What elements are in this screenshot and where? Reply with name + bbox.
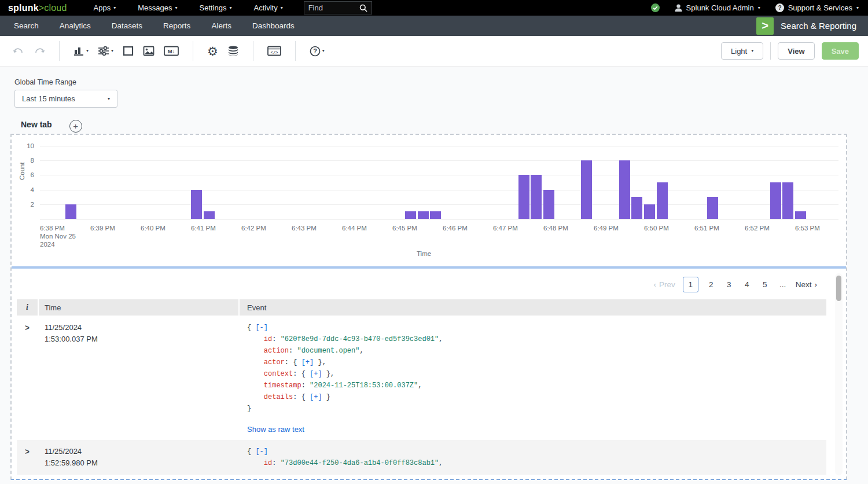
json-toggle-link[interactable]: [+] — [301, 358, 314, 366]
pagination-page-2[interactable]: 2 — [706, 280, 716, 289]
menu-activity[interactable]: Activity▾ — [253, 3, 282, 12]
chart-bar[interactable] — [631, 197, 642, 219]
pagination-page-5[interactable]: 5 — [760, 280, 770, 289]
app-nav-bar: Search Analytics Datasets Reports Alerts… — [0, 16, 868, 36]
add-chart-icon[interactable]: ▾ — [73, 46, 89, 56]
pagination-prev-button[interactable]: ‹Prev — [653, 280, 675, 289]
chart-bar[interactable] — [204, 211, 215, 219]
chart-bar[interactable] — [644, 204, 655, 219]
json-punct — [247, 382, 264, 390]
chart-bar[interactable] — [191, 190, 202, 219]
shape-rectangle-icon[interactable] — [123, 46, 134, 56]
chart-bar[interactable] — [795, 211, 806, 219]
svg-text:</>: </> — [271, 50, 278, 55]
status-check-icon[interactable] — [651, 3, 660, 12]
chart-bar[interactable] — [770, 182, 781, 219]
nav-item-analytics[interactable]: Analytics — [60, 21, 91, 30]
event-timestamp: 1:52:59.980 PM — [45, 457, 238, 469]
splunk-cloud-logo[interactable]: splunk>cloud — [8, 3, 67, 13]
vertical-scrollbar[interactable] — [835, 273, 843, 475]
dashboard-canvas[interactable]: Count Time 2468106:38 PMMon Nov 2520246:… — [10, 134, 847, 480]
nav-item-alerts[interactable]: Alerts — [211, 21, 231, 30]
menu-settings[interactable]: Settings▾ — [199, 3, 231, 12]
nav-item-reports[interactable]: Reports — [163, 21, 190, 30]
time-range-value: Last 15 minutes — [22, 94, 75, 103]
event-json-cell: { [-] id: "620f8e9d-7ddc-4c93-b470-ed5f3… — [240, 316, 826, 439]
chart-bar[interactable] — [543, 190, 554, 219]
chart-bar[interactable] — [405, 211, 416, 219]
menu-apps[interactable]: Apps▾ — [94, 3, 116, 12]
image-icon[interactable] — [143, 46, 155, 56]
chart-bar[interactable] — [707, 197, 718, 219]
json-toggle-link[interactable]: [+] — [310, 370, 322, 378]
data-sources-icon[interactable] — [227, 46, 239, 56]
chart-bar[interactable] — [418, 211, 429, 219]
logo-splunk-text: splunk — [8, 3, 39, 13]
show-as-raw-text-link[interactable]: Show as raw text — [247, 425, 826, 434]
events-table-panel[interactable]: ‹Prev 12345... Next› i Time Event >11/25… — [12, 269, 846, 479]
json-key: context — [264, 370, 293, 378]
json-value: "620f8e9d-7ddc-4c93-b470-ed5f39c3ed01" — [281, 335, 439, 343]
time-range-dropdown[interactable]: Last 15 minutes ▾ — [14, 90, 117, 108]
help-icon[interactable]: ? ▾ — [310, 46, 325, 57]
input-controls-icon[interactable]: ▾ — [98, 46, 113, 56]
chart-x-axis-label: Time — [417, 250, 431, 257]
json-punct: , — [359, 347, 363, 355]
json-toggle-link[interactable]: [-] — [255, 448, 268, 456]
app-context[interactable]: > Search & Reporting — [756, 17, 856, 35]
chart-bar[interactable] — [581, 160, 592, 219]
view-button[interactable]: View — [778, 42, 814, 60]
pagination-page-4[interactable]: 4 — [742, 280, 752, 289]
toolbar-actions: Light▾ View Save — [721, 42, 859, 60]
save-button[interactable]: Save — [822, 42, 859, 60]
chart-bar[interactable] — [65, 204, 76, 219]
scrollbar-thumb[interactable] — [836, 276, 841, 301]
json-toggle-link[interactable]: [+] — [310, 393, 322, 401]
pagination-page-1[interactable]: 1 — [683, 277, 698, 292]
chart-bar[interactable] — [531, 175, 542, 219]
x-axis-tick: 6:53 PM — [795, 224, 820, 232]
nav-item-datasets[interactable]: Datasets — [112, 21, 142, 30]
menu-messages-label: Messages — [138, 3, 172, 12]
y-axis-tick: 4 — [17, 186, 34, 193]
pagination-next-button[interactable]: Next› — [796, 280, 817, 289]
chart-bar[interactable] — [518, 175, 529, 219]
y-axis-tick: 10 — [17, 142, 34, 149]
find-placeholder: Find — [308, 3, 323, 12]
undo-icon[interactable] — [13, 46, 24, 56]
redo-icon[interactable] — [34, 46, 45, 56]
chevron-down-icon: ▾ — [111, 49, 113, 53]
support-menu[interactable]: ? Support & Services ▾ — [775, 3, 859, 12]
find-search-input[interactable]: Find — [304, 1, 372, 14]
svg-text:M↓: M↓ — [168, 48, 175, 54]
chart-bar[interactable] — [430, 211, 441, 219]
event-json-line: context: { [+] }, — [247, 368, 826, 380]
expand-chevron-icon[interactable]: > — [25, 446, 30, 456]
pagination-page-3[interactable]: 3 — [724, 280, 734, 289]
top-menu: Apps▾ Messages▾ Settings▾ Activity▾ — [94, 3, 283, 12]
y-axis-tick: 6 — [17, 171, 34, 178]
chart-bar[interactable] — [657, 182, 668, 219]
json-punct: : — [301, 382, 310, 390]
markdown-icon[interactable]: M↓ — [164, 46, 179, 56]
expand-chevron-icon[interactable]: > — [25, 322, 30, 332]
user-menu[interactable]: Splunk Cloud Admin ▾ — [675, 3, 760, 12]
menu-messages[interactable]: Messages▾ — [138, 3, 177, 12]
source-code-icon[interactable]: </> — [267, 46, 281, 56]
x-axis-tick: 6:48 PM — [543, 224, 568, 232]
add-tab-button[interactable]: + — [69, 120, 82, 133]
events-chart[interactable]: Count Time 2468106:38 PMMon Nov 2520246:… — [12, 135, 846, 266]
settings-gear-icon[interactable]: ⚙ — [207, 45, 218, 57]
nav-item-dashboards[interactable]: Dashboards — [252, 21, 295, 30]
nav-item-search[interactable]: Search — [14, 21, 39, 30]
chevron-down-icon: ▾ — [108, 97, 110, 101]
svg-text:?: ? — [778, 5, 781, 11]
json-toggle-link[interactable]: [-] — [255, 324, 268, 332]
tab-new-tab[interactable]: New tab — [21, 120, 52, 135]
event-expand-cell: > — [17, 440, 38, 475]
chart-bar[interactable] — [619, 160, 630, 219]
theme-dropdown[interactable]: Light▾ — [721, 42, 763, 60]
x-axis-tick: 6:47 PM — [493, 224, 518, 232]
x-axis-tick: 6:45 PM — [392, 224, 417, 232]
chart-bar[interactable] — [782, 182, 793, 219]
